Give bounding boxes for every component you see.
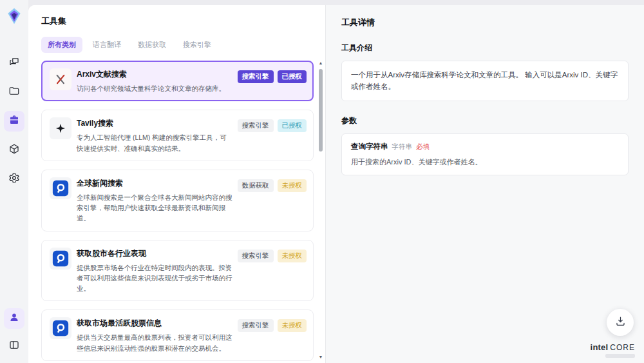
- tool-name: Tavily搜索: [77, 118, 232, 129]
- rail-button-panel-toggle[interactable]: [4, 336, 24, 357]
- tavily-star-icon: [50, 117, 71, 139]
- arxiv-x-icon: [50, 68, 71, 90]
- scrollbar-track[interactable]: [318, 66, 323, 355]
- chat-icon: [8, 56, 20, 70]
- settings-gear-icon: [8, 172, 20, 186]
- category-tab[interactable]: 语言翻译: [86, 37, 128, 53]
- blue-search-icon: [50, 177, 71, 199]
- auth-status-badge: 未授权: [278, 319, 307, 332]
- tool-card[interactable]: Tavily搜索 专为人工智能代理 (LLM) 构建的搜索引擎工具，可快速提供实…: [41, 110, 314, 161]
- scrollbar[interactable]: ▲ ▼: [317, 61, 324, 360]
- rail-button-cube[interactable]: [4, 140, 24, 161]
- category-tab[interactable]: 所有类别: [41, 37, 82, 53]
- auth-status-badge: 未授权: [278, 250, 307, 262]
- rail-button-toolbox[interactable]: [4, 111, 24, 132]
- rail-button-folder[interactable]: [4, 82, 24, 103]
- category-badge: 搜索引擎: [238, 250, 274, 262]
- intro-text: 一个用于从Arxiv存储库搜索科学论文和文章的工具。 输入可以是Arxiv ID…: [351, 69, 619, 93]
- intel-brand-text: intel: [591, 342, 609, 352]
- blue-search-icon: [50, 248, 71, 270]
- tool-description: 提供股票市场各个行业在特定时间段内的表现。投资者可以利用这些信息来识别表现优于或…: [77, 262, 232, 294]
- category-badge: 搜索引擎: [238, 319, 274, 332]
- param-type: 字符串: [392, 142, 413, 152]
- download-icon: [614, 315, 627, 330]
- auth-status-badge: 已授权: [278, 119, 307, 132]
- tool-card[interactable]: 获取股市各行业表现 提供股票市场各个行业在特定时间段内的表现。投资者可以利用这些…: [41, 240, 314, 302]
- tool-card[interactable]: 获取市场最活跃股票信息 提供当天交易量最高的股票列表，投资者可以利用这些信息来识…: [41, 309, 314, 361]
- panel-toggle-icon: [8, 339, 20, 353]
- scrollbar-thumb[interactable]: [319, 69, 323, 152]
- tool-detail-panel: 工具详情 工具介绍 一个用于从Arxiv存储库搜索科学论文和文章的工具。 输入可…: [326, 5, 644, 363]
- tool-card[interactable]: Arxiv文献搜索 访问各个研究领域大量科学论文和文章的存储库。 搜索引擎 已授…: [41, 61, 314, 101]
- intro-heading: 工具介绍: [341, 43, 629, 54]
- blue-search-icon: [50, 317, 71, 339]
- content: 工具集 所有类别语言翻译数据获取搜索引擎 Arxiv文献搜索 访问各个研究领域大…: [28, 5, 644, 363]
- tool-list: Arxiv文献搜索 访问各个研究领域大量科学论文和文章的存储库。 搜索引擎 已授…: [41, 61, 314, 363]
- intro-box: 一个用于从Arxiv存储库搜索科学论文和文章的工具。 输入可以是Arxiv ID…: [341, 61, 629, 101]
- tool-list-wrap: Arxiv文献搜索 访问各个研究领域大量科学论文和文章的存储库。 搜索引擎 已授…: [41, 61, 325, 363]
- rail-nav: [4, 53, 24, 190]
- tool-card[interactable]: 全球新闻搜索 全球新闻搜索是一个聚合全球各大新闻网站内容的搜索引擎，帮助用户快速…: [41, 170, 314, 231]
- auth-status-badge: 未授权: [278, 179, 307, 192]
- tool-description: 全球新闻搜索是一个聚合全球各大新闻网站内容的搜索引擎，帮助用户快速获取全球最新资…: [77, 192, 232, 224]
- rail-button-user[interactable]: [4, 308, 24, 329]
- app-logo-icon: [5, 6, 24, 26]
- toolbox-icon: [8, 114, 20, 128]
- folder-icon: [8, 85, 20, 99]
- tool-name: 获取市场最活跃股票信息: [77, 318, 232, 329]
- page-title: 工具集: [41, 15, 325, 27]
- intel-core-logo: intelCORE: [591, 342, 635, 358]
- main-area: 工具集 所有类别语言翻译数据获取搜索引擎 Arxiv文献搜索 访问各个研究领域大…: [28, 0, 644, 363]
- tools-panel: 工具集 所有类别语言翻译数据获取搜索引擎 Arxiv文献搜索 访问各个研究领域大…: [28, 5, 326, 363]
- tool-description: 提供当天交易量最高的股票列表，投资者可以利用这些信息来识别流动性强的股票和潜在的…: [77, 332, 232, 353]
- app-window: 工具集 所有类别语言翻译数据获取搜索引擎 Arxiv文献搜索 访问各个研究领域大…: [0, 0, 644, 363]
- category-tab[interactable]: 搜索引擎: [176, 37, 218, 53]
- left-rail: [0, 0, 28, 363]
- param-description: 用于搜索的Arxiv ID、关键字或作者姓名。: [351, 157, 619, 167]
- category-tabs: 所有类别语言翻译数据获取搜索引擎: [41, 37, 325, 53]
- intel-product-text: CORE: [610, 343, 635, 352]
- detail-title: 工具详情: [341, 17, 629, 28]
- scrollbar-down-arrow-icon[interactable]: ▼: [319, 355, 323, 360]
- category-badge: 搜索引擎: [238, 119, 274, 132]
- category-badge: 数据获取: [238, 179, 274, 192]
- auth-status-badge: 已授权: [278, 70, 307, 83]
- rail-button-settings-gear[interactable]: [4, 169, 24, 190]
- rail-bottom: [4, 308, 24, 357]
- tool-description: 访问各个研究领域大量科学论文和文章的存储库。: [77, 83, 232, 93]
- category-badge: 搜索引擎: [238, 70, 274, 83]
- user-icon: [8, 311, 20, 326]
- params-heading: 参数: [341, 115, 629, 126]
- category-tab[interactable]: 数据获取: [131, 37, 173, 53]
- cube-icon: [8, 143, 20, 157]
- download-button[interactable]: [607, 309, 634, 336]
- tool-description: 专为人工智能代理 (LLM) 构建的搜索引擎工具，可快速提供实时、准确和真实的结…: [77, 132, 232, 153]
- tool-name: 获取股市各行业表现: [77, 248, 232, 259]
- rail-button-chat[interactable]: [4, 53, 24, 74]
- param-required-badge: 必填: [416, 142, 430, 152]
- scrollbar-up-arrow-icon[interactable]: ▲: [319, 61, 323, 66]
- param-box: 查询字符串 字符串 必填 用于搜索的Arxiv ID、关键字或作者姓名。: [341, 133, 629, 175]
- intel-logo-bar: [605, 354, 635, 358]
- tool-name: Arxiv文献搜索: [77, 69, 232, 80]
- param-name: 查询字符串: [351, 142, 388, 152]
- tool-name: 全球新闻搜索: [77, 178, 232, 189]
